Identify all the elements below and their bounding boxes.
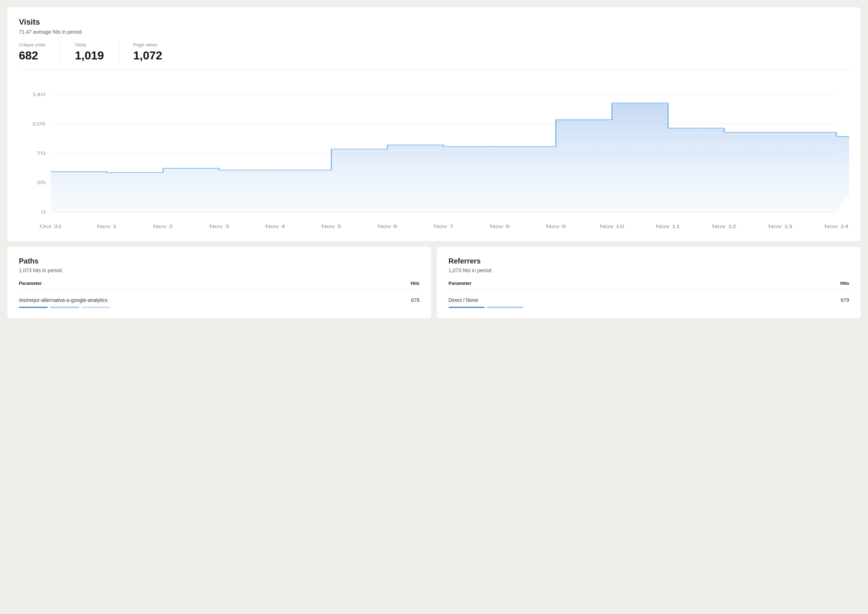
referrers-card: Referrers 1,073 hits in period. Paramete… bbox=[437, 247, 861, 318]
svg-text:Nov 10: Nov 10 bbox=[600, 224, 624, 229]
svg-text:Nov 4: Nov 4 bbox=[265, 224, 285, 229]
chart-area: 03570105140Oct 31Nov 1Nov 2Nov 3Nov 4Nov… bbox=[19, 79, 849, 231]
table-row: /es/mejor-alternativa-a-google-analytics… bbox=[19, 294, 420, 305]
stat-block-2: Page views 1,072 bbox=[133, 42, 177, 62]
paths-col-param: Parameter bbox=[19, 281, 42, 286]
visits-chart: 03570105140Oct 31Nov 1Nov 2Nov 3Nov 4Nov… bbox=[19, 79, 849, 231]
visits-title: Visits bbox=[19, 17, 849, 27]
svg-text:Nov 12: Nov 12 bbox=[712, 224, 736, 229]
referrer-bar bbox=[448, 307, 849, 308]
stat-block-1: Visits 1,019 bbox=[75, 42, 119, 62]
stats-row: Unique visits 682 Visits 1,019 Page view… bbox=[19, 42, 849, 70]
referrers-col-param: Parameter bbox=[448, 281, 472, 286]
svg-text:Nov 5: Nov 5 bbox=[321, 224, 341, 229]
stat-value-0: 682 bbox=[19, 49, 46, 62]
path-bar bbox=[19, 307, 420, 308]
visits-card: Visits 71.47 average hits in period. Uni… bbox=[7, 7, 861, 241]
svg-text:70: 70 bbox=[37, 151, 46, 156]
bar-segment bbox=[19, 307, 48, 308]
visits-subtitle: 71.47 average hits in period. bbox=[19, 29, 849, 35]
bar-segment bbox=[448, 307, 485, 308]
paths-table-header: Parameter Hits bbox=[19, 281, 420, 290]
paths-title: Paths bbox=[19, 257, 420, 265]
paths-col-hits: Hits bbox=[411, 281, 420, 286]
referrer-hits-0: 679 bbox=[841, 297, 849, 303]
bar-segment bbox=[487, 307, 523, 308]
svg-text:Nov 3: Nov 3 bbox=[209, 224, 229, 229]
svg-text:Nov 2: Nov 2 bbox=[153, 224, 173, 229]
referrers-table-header: Parameter Hits bbox=[448, 281, 849, 290]
referrers-col-hits: Hits bbox=[840, 281, 849, 286]
stat-block-0: Unique visits 682 bbox=[19, 42, 60, 62]
referrers-title: Referrers bbox=[448, 257, 849, 265]
svg-text:Nov 13: Nov 13 bbox=[768, 224, 792, 229]
paths-subtitle: 1,073 hits in period. bbox=[19, 267, 420, 273]
svg-text:140: 140 bbox=[32, 92, 46, 97]
stat-value-1: 1,019 bbox=[75, 49, 104, 62]
svg-text:0: 0 bbox=[41, 209, 46, 214]
svg-text:Oct 31: Oct 31 bbox=[39, 224, 62, 229]
bar-segment bbox=[81, 307, 110, 308]
svg-text:35: 35 bbox=[37, 180, 46, 185]
svg-text:Nov 1: Nov 1 bbox=[97, 224, 117, 229]
path-param-0: /es/mejor-alternativa-a-google-analytics bbox=[19, 297, 108, 303]
svg-text:Nov 9: Nov 9 bbox=[546, 224, 566, 229]
referrers-rows: Direct / None 679 bbox=[448, 294, 849, 308]
stat-label-0: Unique visits bbox=[19, 42, 46, 48]
bar-segment bbox=[50, 307, 79, 308]
stat-label-2: Page views bbox=[133, 42, 162, 48]
stat-value-2: 1,072 bbox=[133, 49, 162, 62]
svg-text:Nov 6: Nov 6 bbox=[378, 224, 397, 229]
path-hits-0: 678 bbox=[411, 297, 420, 303]
svg-text:Nov 11: Nov 11 bbox=[656, 224, 680, 229]
paths-card: Paths 1,073 hits in period. Parameter Hi… bbox=[7, 247, 431, 318]
bottom-row: Paths 1,073 hits in period. Parameter Hi… bbox=[7, 247, 861, 318]
svg-text:Nov 7: Nov 7 bbox=[434, 224, 454, 229]
svg-text:Nov 8: Nov 8 bbox=[490, 224, 510, 229]
referrers-subtitle: 1,073 hits in period. bbox=[448, 267, 849, 273]
paths-rows: /es/mejor-alternativa-a-google-analytics… bbox=[19, 294, 420, 308]
svg-text:105: 105 bbox=[32, 121, 46, 126]
table-row: Direct / None 679 bbox=[448, 294, 849, 305]
stat-label-1: Visits bbox=[75, 42, 104, 48]
referrer-param-0: Direct / None bbox=[448, 297, 478, 303]
svg-text:Nov 14: Nov 14 bbox=[824, 224, 848, 229]
